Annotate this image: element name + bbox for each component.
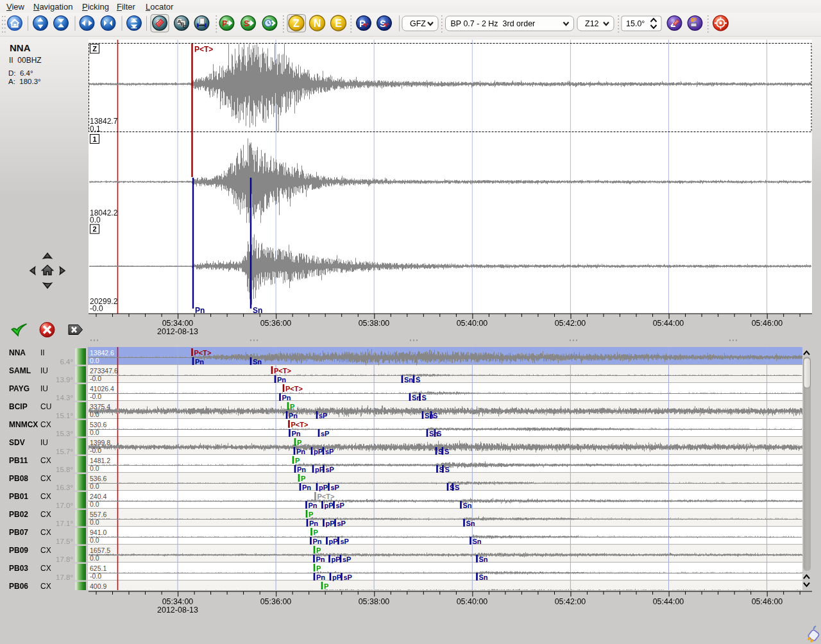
svg-text:MNMCX: MNMCX — [9, 420, 38, 429]
svg-text:GFZ: GFZ — [410, 19, 426, 28]
svg-text:sP: sP — [344, 573, 352, 581]
svg-text:17.8°: 17.8° — [56, 555, 73, 563]
svg-text:CX: CX — [40, 510, 51, 519]
svg-text:400.9: 400.9 — [90, 582, 106, 590]
svg-text:05:44:00: 05:44:00 — [653, 597, 684, 606]
svg-text:273347.6: 273347.6 — [90, 367, 118, 375]
svg-text:0.0: 0.0 — [90, 536, 99, 544]
svg-text:Sn: Sn — [466, 520, 475, 527]
svg-text:0.0: 0.0 — [90, 216, 101, 225]
svg-text:P: P — [316, 547, 321, 554]
svg-text:N: N — [314, 18, 321, 29]
svg-text:05:36:00: 05:36:00 — [260, 597, 292, 606]
svg-text:Sn: Sn — [404, 376, 413, 384]
svg-text:530.6: 530.6 — [90, 421, 106, 428]
svg-text:Sn: Sn — [479, 573, 488, 581]
svg-text:pP: pP — [332, 573, 341, 581]
svg-text:05:42:00: 05:42:00 — [555, 597, 586, 606]
svg-text:16.3°: 16.3° — [56, 484, 73, 491]
svg-text:-0.0: -0.0 — [90, 446, 101, 454]
svg-text:2: 2 — [92, 225, 96, 233]
svg-text:17.1°: 17.1° — [56, 520, 73, 527]
svg-text:P<T>: P<T> — [285, 385, 303, 393]
svg-text:PAYG: PAYG — [9, 384, 30, 393]
svg-text:CX: CX — [40, 528, 51, 537]
svg-text:CX: CX — [40, 420, 51, 429]
svg-text:P: P — [309, 511, 313, 518]
svg-text:Z: Z — [293, 18, 300, 29]
svg-text:Z12: Z12 — [585, 19, 599, 28]
svg-text:S: S — [422, 394, 427, 402]
svg-text:0.0: 0.0 — [90, 411, 99, 418]
svg-text:05:34:00: 05:34:00 — [162, 597, 194, 606]
svg-text:PB02: PB02 — [9, 510, 28, 519]
svg-text:Pn: Pn — [316, 573, 325, 581]
svg-text:pP: pP — [319, 484, 328, 491]
svg-text:P<T>: P<T> — [194, 349, 212, 357]
svg-text:S: S — [444, 448, 449, 455]
svg-text:S: S — [455, 484, 459, 491]
svg-text:17.5°: 17.5° — [56, 538, 73, 545]
svg-text:Pn: Pn — [309, 520, 318, 527]
svg-text:0.0: 0.0 — [90, 554, 99, 562]
svg-text:C: C — [183, 24, 187, 30]
svg-text:PB11: PB11 — [9, 456, 28, 465]
svg-text:Pn: Pn — [297, 466, 306, 473]
svg-text:BCIP: BCIP — [9, 402, 28, 411]
svg-text:0.0: 0.0 — [90, 518, 99, 526]
svg-text:sP: sP — [325, 448, 334, 455]
svg-text:Sn: Sn — [253, 358, 262, 366]
svg-text:sP: sP — [326, 466, 334, 473]
svg-text:-0.0: -0.0 — [90, 304, 103, 313]
svg-text:S: S — [433, 412, 437, 419]
svg-text:sP: sP — [343, 555, 351, 563]
svg-text:05:36:00: 05:36:00 — [260, 319, 292, 328]
svg-text:Pn: Pn — [195, 358, 204, 366]
svg-text:Pn: Pn — [292, 430, 301, 437]
svg-text:15.0°: 15.0° — [626, 19, 645, 28]
svg-text:13.9°: 13.9° — [56, 376, 73, 384]
svg-text:E: E — [335, 18, 342, 29]
svg-text:pP: pP — [326, 520, 335, 527]
svg-text:05:38:00: 05:38:00 — [359, 597, 390, 606]
svg-text:pP: pP — [332, 555, 341, 563]
svg-text:240.4: 240.4 — [90, 493, 106, 500]
svg-text:Pn: Pn — [296, 448, 305, 455]
svg-text:15.3°: 15.3° — [56, 430, 73, 437]
svg-text:sP: sP — [336, 502, 344, 509]
svg-text:15.7°: 15.7° — [56, 448, 73, 455]
svg-text:Pn: Pn — [277, 376, 286, 384]
svg-text:CU: CU — [40, 402, 51, 411]
svg-text:P: P — [316, 564, 321, 572]
svg-text:sP: sP — [341, 538, 349, 545]
svg-text:Z: Z — [92, 45, 97, 53]
svg-text:17.0°: 17.0° — [56, 502, 73, 509]
svg-text:Pn: Pn — [289, 412, 298, 419]
svg-text:P: P — [297, 439, 301, 446]
svg-text:Pn: Pn — [302, 484, 311, 491]
svg-text:IP: IP — [691, 16, 697, 23]
svg-text:Pn: Pn — [313, 538, 322, 545]
svg-text:P: P — [324, 582, 328, 590]
svg-text:15.8°: 15.8° — [56, 466, 73, 473]
svg-text:CX: CX — [40, 582, 51, 591]
svg-text:IU: IU — [40, 366, 48, 375]
svg-text:1657.5: 1657.5 — [90, 547, 110, 554]
svg-text:P: P — [290, 403, 294, 411]
svg-text:05:44:00: 05:44:00 — [653, 319, 684, 328]
svg-text:2012-08-13: 2012-08-13 — [157, 327, 198, 336]
svg-text:pP: pP — [314, 448, 323, 455]
svg-text:-0.0: -0.0 — [90, 393, 101, 400]
svg-text:6.4°: 6.4° — [60, 358, 73, 366]
svg-text:-0.0: -0.0 — [90, 572, 101, 580]
svg-text:05:42:00: 05:42:00 — [555, 319, 586, 328]
svg-text:PB07: PB07 — [9, 528, 28, 537]
svg-text:IU: IU — [40, 438, 48, 447]
svg-text:0.0: 0.0 — [90, 428, 99, 436]
svg-text:sP: sP — [331, 484, 339, 491]
svg-text:Sn: Sn — [463, 502, 472, 509]
svg-text:PB08: PB08 — [9, 474, 28, 483]
svg-text:05:46:00: 05:46:00 — [752, 319, 783, 328]
svg-text:Pn: Pn — [282, 394, 291, 402]
svg-text:Sn: Sn — [479, 555, 488, 563]
